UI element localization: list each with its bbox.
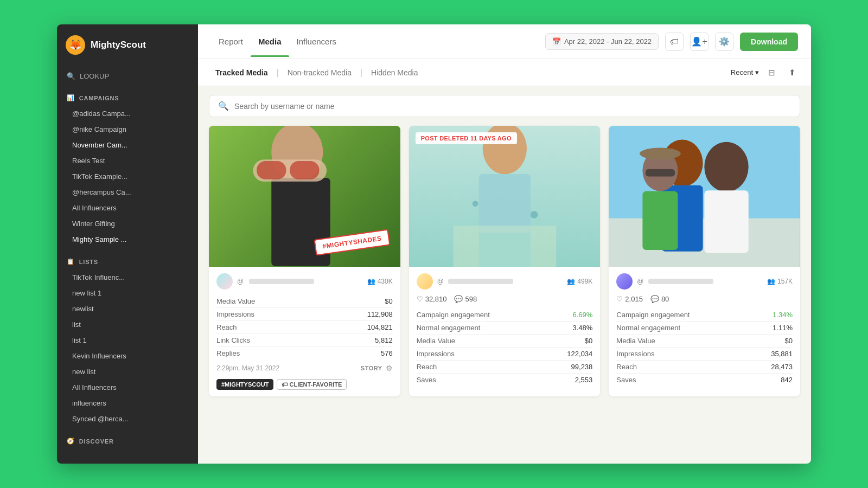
stat-impressions-1: Impressions 112,908 <box>216 308 393 321</box>
tab-media[interactable]: Media <box>251 26 289 57</box>
comment-icon-3: 💬 <box>650 295 659 303</box>
discover-label: DISCOVER <box>79 438 114 445</box>
lists-header: 📋 LISTS <box>57 254 198 269</box>
media-card-3: @ 👥 157K ♡ 2,015 <box>609 126 800 396</box>
download-button[interactable]: Download <box>740 33 798 51</box>
sidebar-item-list[interactable]: list <box>57 317 198 332</box>
sidebar-item-hercampus[interactable]: @hercampus Ca... <box>57 184 198 200</box>
comments-count-3: 💬 80 <box>650 295 669 303</box>
heart-icon-3: ♡ <box>616 295 623 303</box>
card-1-avatar <box>216 273 233 290</box>
sidebar-item-newlist[interactable]: newlist <box>57 301 198 317</box>
svg-rect-10 <box>479 174 531 233</box>
add-user-icon-btn[interactable]: 👤+ <box>690 33 709 51</box>
sidebar-item-kevin[interactable]: Kevin Influencers <box>57 348 198 364</box>
stat-link-clicks-1: Link Clicks 5,812 <box>216 334 393 347</box>
nav-actions: 📅 Apr 22, 2022 - Jun 22, 2022 🏷 👤+ ⚙️ Do… <box>545 33 798 51</box>
card-1-type-row: STORY ⚙ <box>361 364 393 373</box>
logo-text: MightyScout <box>91 40 146 50</box>
sidebar: 🦊 MightyScout 🔍 LOOKUP 📊 CAMPAIGNS @adid… <box>57 24 198 464</box>
svg-point-12 <box>472 201 478 207</box>
sidebar-item-list-1[interactable]: list 1 <box>57 332 198 348</box>
card-2-engagement: ♡ 32,810 💬 598 <box>417 295 593 303</box>
sidebar-item-nike[interactable]: @nike Campaign <box>57 121 198 137</box>
media-card-1: #MIGHTYSHADES @ 👥 430K <box>209 126 400 396</box>
tab-report[interactable]: Report <box>211 26 251 57</box>
card-3-stats: Campaign engagement 1.34% Normal engagem… <box>616 309 793 386</box>
card-2-image-container: POST DELETED 11 DAYS AGO <box>409 126 601 267</box>
people-icon-3: 👥 <box>767 278 775 285</box>
card-3-user-row: @ 👥 157K <box>616 273 793 290</box>
likes-count-2: ♡ 32,810 <box>417 295 447 303</box>
search-input[interactable] <box>234 102 791 111</box>
card-1-tags: #MIGHTYSCOUT 🏷 CLIENT-FAVORITE <box>216 379 393 390</box>
sidebar-item-adidas[interactable]: @adidas Campa... <box>57 106 198 121</box>
at-symbol-2: @ <box>437 278 444 285</box>
sidebar-item-new-list[interactable]: new list <box>57 364 198 380</box>
sidebar-item-new-list-1[interactable]: new list 1 <box>57 285 198 301</box>
compass-icon: 🧭 <box>67 438 75 445</box>
svg-point-21 <box>640 147 681 159</box>
tab-non-tracked-media[interactable]: Non-tracked Media <box>281 61 358 85</box>
campaigns-header: 📊 CAMPAIGNS <box>57 90 198 106</box>
likes-count-3: ♡ 2,015 <box>616 295 643 303</box>
chevron-down-icon: ▾ <box>755 68 759 76</box>
tab-tracked-media[interactable]: Tracked Media <box>209 61 275 85</box>
card-1-user-row: @ 👥 430K <box>216 273 393 290</box>
logo[interactable]: 🦊 MightyScout <box>57 24 198 66</box>
svg-rect-19 <box>705 190 749 253</box>
sidebar-item-mighty-sample[interactable]: Mighty Sample ... <box>57 232 198 247</box>
card-3-avatar <box>616 273 633 290</box>
settings-icon-btn[interactable]: ⚙️ <box>715 33 733 51</box>
stat-campaign-eng-2: Campaign engagement 6.69% <box>417 309 593 322</box>
sidebar-item-influencers[interactable]: influencers <box>57 395 198 411</box>
stat-media-value-3: Media Value $0 <box>616 335 793 348</box>
campaigns-label: CAMPAIGNS <box>79 95 119 101</box>
card-1-footer: 2:29pm, May 31 2022 STORY ⚙ <box>216 359 393 375</box>
stat-saves-2: Saves 2,553 <box>417 374 593 386</box>
tags-icon-btn[interactable]: 🏷 <box>665 33 684 51</box>
sidebar-item-tiktok-influencers[interactable]: TikTok Influenc... <box>57 269 198 285</box>
tab-influencers[interactable]: Influencers <box>289 26 344 57</box>
card-2-stats: Campaign engagement 6.69% Normal engagem… <box>417 309 593 386</box>
stat-reach-1: Reach 104,821 <box>216 321 393 334</box>
tab-hidden-media[interactable]: Hidden Media <box>365 61 424 85</box>
sidebar-item-november[interactable]: November Cam... <box>57 137 198 153</box>
app-container: 🦊 MightyScout 🔍 LOOKUP 📊 CAMPAIGNS @adid… <box>57 24 811 464</box>
lookup-label: LOOKUP <box>80 72 109 80</box>
sidebar-item-reels[interactable]: Reels Test <box>57 153 198 169</box>
date-range-picker[interactable]: 📅 Apr 22, 2022 - Jun 22, 2022 <box>545 33 659 50</box>
card-3-image-container <box>609 126 800 267</box>
stat-campaign-eng-3: Campaign engagement 1.34% <box>616 309 793 322</box>
sidebar-item-winter[interactable]: Winter Gifting <box>57 216 198 232</box>
card-1-username <box>249 279 314 284</box>
sort-dropdown[interactable]: Recent ▾ <box>731 68 759 76</box>
sidebar-item-all-influencers[interactable]: All Influencers <box>57 200 198 216</box>
stat-impressions-3: Impressions 35,881 <box>616 348 793 361</box>
people-icon: 👥 <box>367 278 375 285</box>
content-area: 🔍 <box>198 86 811 464</box>
card-1-type: STORY <box>361 365 382 371</box>
card-1-followers: 👥 430K <box>367 278 393 285</box>
filter-icon-btn[interactable]: ⊟ <box>763 65 780 81</box>
sidebar-item-tiktok[interactable]: TikTok Example... <box>57 169 198 184</box>
divider-2: | <box>360 68 362 78</box>
stat-replies-1: Replies 576 <box>216 347 393 359</box>
card-3-body: @ 👥 157K ♡ 2,015 <box>609 267 800 393</box>
sidebar-item-synced[interactable]: Synced @herca... <box>57 411 198 427</box>
media-tabs-actions: Recent ▾ ⊟ ⬆ <box>731 65 800 81</box>
stat-media-value-2: Media Value $0 <box>417 335 593 348</box>
upload-icon-btn[interactable]: ⬆ <box>784 65 800 81</box>
search-icon: 🔍 <box>218 101 229 111</box>
svg-rect-11 <box>453 226 556 267</box>
stat-impressions-2: Impressions 122,034 <box>417 348 593 361</box>
tag-client-favorite: 🏷 CLIENT-FAVORITE <box>277 379 347 390</box>
gear-icon[interactable]: ⚙ <box>386 364 393 373</box>
svg-rect-5 <box>290 161 319 179</box>
comment-icon-2: 💬 <box>454 295 463 303</box>
media-tabs-bar: Tracked Media | Non-tracked Media | Hidd… <box>198 59 811 86</box>
sidebar-item-all-influencers-list[interactable]: All Influencers <box>57 380 198 395</box>
card-2-username <box>448 279 513 284</box>
discover-section: 🧭 DISCOVER <box>57 430 198 452</box>
sidebar-lookup[interactable]: 🔍 LOOKUP <box>57 66 198 87</box>
